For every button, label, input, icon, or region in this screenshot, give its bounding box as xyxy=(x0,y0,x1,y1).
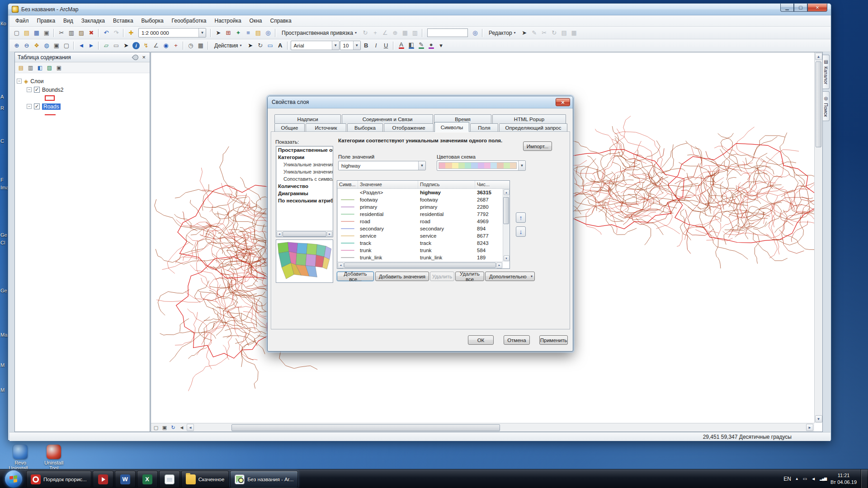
show-desktop-button[interactable] xyxy=(861,469,867,488)
tab-HTML Popup[interactable]: HTML Popup xyxy=(492,114,566,123)
scroll-up-icon[interactable]: ▲ xyxy=(815,53,822,60)
chevron-down-icon[interactable]: ▼ xyxy=(198,28,206,37)
fixed-zoom-out-icon[interactable]: ▢ xyxy=(61,41,71,51)
toc-group-row[interactable]: − ◈ Слои xyxy=(17,77,148,85)
menu-Закладка[interactable]: Закладка xyxy=(77,16,109,25)
tab-Источник[interactable]: Источник xyxy=(306,123,346,132)
toc-layer-row[interactable]: − ✓ Roads xyxy=(17,102,148,111)
window-titlebar[interactable]: Без названия - ArcMap ▁ ▢ × xyxy=(8,4,831,15)
bounds2-symbol[interactable] xyxy=(45,95,55,101)
rotate-element-icon[interactable]: ↻ xyxy=(255,41,265,51)
scroll-left-icon[interactable]: ◄ xyxy=(338,263,344,268)
pan-icon[interactable]: ❖ xyxy=(32,41,42,51)
column-label[interactable]: Подпись xyxy=(418,181,475,188)
advanced-button[interactable]: Дополнительно ▾ xyxy=(485,272,535,281)
map-vertical-scrollbar[interactable]: ▲ ▼ xyxy=(814,52,822,423)
cut-icon[interactable]: ✂ xyxy=(57,28,66,38)
vertical-scroll-thumb[interactable] xyxy=(816,61,821,147)
start-button[interactable] xyxy=(5,470,23,488)
python-window-icon[interactable]: ≡ xyxy=(243,28,253,38)
font-color-icon[interactable]: A xyxy=(396,41,406,51)
catalog-tab[interactable]: ▤ Каталог xyxy=(823,55,830,89)
show-item[interactable]: Количество xyxy=(276,183,333,190)
symbology-row[interactable]: roadroad4969 xyxy=(337,218,503,225)
menu-Настройка[interactable]: Настройка xyxy=(211,16,245,25)
scroll-thumb[interactable] xyxy=(283,231,326,237)
column-count[interactable]: Чис... xyxy=(475,181,509,188)
menu-Окна[interactable]: Окна xyxy=(245,16,266,25)
symbology-row[interactable]: trunk_linktrunk_link189 xyxy=(337,254,503,261)
pin-icon[interactable] xyxy=(132,53,140,61)
draw-pointer-icon[interactable]: ➤ xyxy=(245,41,255,51)
toc-symbol-row[interactable] xyxy=(17,111,148,119)
collapse-icon[interactable]: − xyxy=(17,79,22,84)
font-combo[interactable]: Arial ▼ xyxy=(291,41,340,50)
more-styles-icon[interactable]: ▾ xyxy=(436,41,446,51)
show-tree-hscrollbar[interactable]: ◄ ► xyxy=(276,230,333,237)
scroll-right-icon[interactable]: ► xyxy=(806,424,813,431)
layer-label[interactable]: Bounds2 xyxy=(42,87,63,93)
back-extent-icon[interactable]: ◄ xyxy=(76,41,86,51)
list-by-drawing-order-icon[interactable]: ▤ xyxy=(17,63,25,72)
marker-color-icon[interactable]: ● xyxy=(426,41,436,51)
scroll-thumb[interactable] xyxy=(344,263,496,268)
symbology-row[interactable]: footwayfootway2687 xyxy=(337,196,503,203)
measure-icon[interactable]: ∠ xyxy=(151,41,161,51)
font-size-combo[interactable]: 10 ▼ xyxy=(340,41,361,50)
tab-Общие[interactable]: Общие xyxy=(274,123,305,132)
language-indicator[interactable]: EN xyxy=(783,476,791,482)
menu-Правка[interactable]: Правка xyxy=(33,16,60,25)
scroll-left-icon[interactable]: ◄ xyxy=(277,231,282,237)
find-icon[interactable]: ◉ xyxy=(161,41,171,51)
refresh-view-icon[interactable]: ↻ xyxy=(169,424,177,431)
cancel-button[interactable]: Отмена xyxy=(504,335,530,345)
data-view-icon[interactable]: ▢ xyxy=(152,424,160,431)
symbology-row[interactable]: secondarysecondary894 xyxy=(337,225,503,232)
scroll-right-icon[interactable]: ► xyxy=(496,263,502,268)
import-button[interactable]: Импорт... xyxy=(523,141,552,151)
editor-dropdown[interactable]: Редактор ▾ xyxy=(486,28,519,38)
horizontal-scroll-track[interactable] xyxy=(195,424,805,431)
select-graphics-icon[interactable]: ➤ xyxy=(121,41,131,51)
layout-view-icon[interactable]: ▣ xyxy=(160,424,169,431)
open-folder-icon[interactable]: ▤ xyxy=(22,28,32,38)
taskbar-button-word[interactable] xyxy=(115,471,136,488)
network-icon[interactable]: ▂▄▆ xyxy=(820,477,826,481)
chevron-down-icon[interactable]: ▼ xyxy=(518,161,525,170)
menu-Выборка[interactable]: Выборка xyxy=(137,16,168,25)
taskbar-button-arcmap[interactable]: Без названия - Ar... xyxy=(230,471,298,488)
scroll-down-icon[interactable]: ▼ xyxy=(504,255,509,261)
fixed-zoom-in-icon[interactable]: ▣ xyxy=(52,41,61,51)
map-scale-combo[interactable]: 1:2 000 000 ▼ xyxy=(138,28,206,38)
search-window-icon[interactable]: ◎ xyxy=(263,28,273,38)
move-value-up-button[interactable]: ↑ xyxy=(516,212,526,223)
list-by-source-icon[interactable]: ▥ xyxy=(26,63,35,72)
copy-icon[interactable]: ▥ xyxy=(66,28,76,38)
identify-icon[interactable]: i xyxy=(132,42,140,49)
scroll-up-icon[interactable]: ▲ xyxy=(504,189,509,195)
georeferencing-dropdown[interactable]: Пространственная привязка ▾ xyxy=(278,28,360,38)
dialog-titlebar[interactable]: Свойства слоя xyxy=(268,96,573,108)
taskbar-button-notepad[interactable] xyxy=(159,471,180,488)
select-features-icon[interactable]: ▱ xyxy=(101,41,111,51)
show-item[interactable]: По нескольким атрибутам xyxy=(276,197,333,204)
hidden-icons-icon[interactable]: ▲ xyxy=(795,477,799,481)
zoom-to-selected-icon[interactable]: ◎ xyxy=(470,28,480,38)
menu-Вставка[interactable]: Вставка xyxy=(109,16,137,25)
menu-Файл[interactable]: Файл xyxy=(11,16,33,25)
tab-Отображение[interactable]: Отображение xyxy=(384,123,434,132)
taskbar-button-opera[interactable]: Порядок прорис... xyxy=(26,471,91,488)
scroll-right-icon[interactable]: ► xyxy=(327,231,332,237)
minimize-button[interactable]: ▁ xyxy=(780,4,794,12)
color-ramp-combo[interactable]: ▼ xyxy=(437,160,526,171)
actions-dropdown[interactable]: Действия ▾ xyxy=(211,41,245,51)
value-field-combo[interactable]: highway ▼ xyxy=(338,161,426,170)
move-value-down-button[interactable]: ↓ xyxy=(516,226,526,237)
scroll-down-icon[interactable]: ▼ xyxy=(815,415,822,422)
layer-checkbox[interactable]: ✓ xyxy=(34,87,40,93)
symbology-row[interactable]: primaryprimary2280 xyxy=(337,203,503,211)
tab-Соединения и Связи[interactable]: Соединения и Связи xyxy=(342,114,433,123)
volume-icon[interactable]: ◄ xyxy=(811,476,816,481)
menu-Геообработка[interactable]: Геообработка xyxy=(168,16,211,25)
show-item[interactable]: Пространственные объекты xyxy=(276,146,333,154)
